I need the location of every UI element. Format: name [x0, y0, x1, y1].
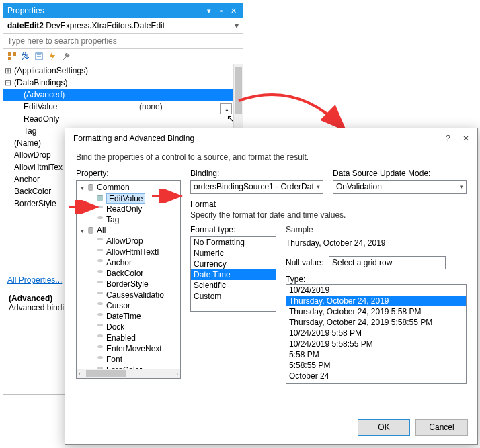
- help-icon[interactable]: ?: [446, 134, 450, 143]
- list-item[interactable]: 10/24/2019 5:58 PM: [286, 328, 466, 339]
- prop-row-appsettings[interactable]: ⊞ (ApplicationSettings): [3, 64, 243, 77]
- list-item[interactable]: 10/24/2019: [286, 285, 466, 296]
- tree-node[interactable]: AllowDrop: [78, 236, 180, 247]
- tree-node[interactable]: DateTime: [78, 311, 180, 322]
- list-item[interactable]: Date Time: [191, 269, 276, 280]
- type-list[interactable]: 10/24/2019Thursday, October 24, 2019Thur…: [286, 284, 467, 384]
- binding-label: Binding:: [190, 169, 323, 178]
- pin-icon[interactable]: ▫: [216, 5, 227, 16]
- list-item[interactable]: Thursday, October 24, 2019: [286, 296, 466, 306]
- list-item[interactable]: Thursday, October 24, 2019 5:58 PM: [286, 306, 466, 317]
- sample-value: Thursday, October 24, 2019: [286, 238, 467, 248]
- dropdown-icon[interactable]: ▾: [204, 5, 214, 16]
- events-icon[interactable]: [46, 50, 58, 62]
- all-properties-link[interactable]: All Properties...: [3, 273, 66, 287]
- binding-value: ordersBindingSource1 - OrderDat: [194, 181, 314, 193]
- null-value-label: Null value:: [286, 258, 323, 267]
- search-input[interactable]: [3, 34, 243, 49]
- property-label: Property:: [76, 169, 181, 178]
- dialog-intro: Bind the properties of a control to a so…: [76, 152, 467, 162]
- tree-node-all[interactable]: ▾All: [78, 225, 180, 236]
- svg-rect-1: [13, 52, 16, 56]
- advanced-binding-dialog: Formatting and Advanced Binding ? ✕ Bind…: [65, 128, 478, 445]
- dialog-titlebar: Formatting and Advanced Binding ? ✕: [65, 128, 477, 148]
- close-icon[interactable]: ✕: [463, 134, 469, 143]
- format-title: Format: [190, 199, 467, 209]
- prop-row-readonly[interactable]: ReadOnly: [3, 113, 243, 125]
- prop-row-editvalue[interactable]: EditValue (none): [3, 101, 243, 113]
- chevron-down-icon: ▾: [317, 181, 320, 193]
- prop-row-advanced[interactable]: (Advanced): [3, 89, 243, 101]
- tree-node[interactable]: CausesValidatio: [78, 289, 180, 300]
- binding-combo[interactable]: ordersBindingSource1 - OrderDat ▾: [190, 180, 323, 194]
- property-tree[interactable]: ▾Common EditValue ReadOnly Tag ▾All Allo…: [76, 180, 181, 379]
- tree-node-editvalue[interactable]: EditValue: [78, 193, 180, 204]
- tree-node[interactable]: BackColor: [78, 268, 180, 279]
- object-name: dateEdit2: [7, 21, 44, 30]
- svg-point-15: [97, 281, 103, 283]
- svg-point-18: [97, 313, 103, 316]
- list-item[interactable]: Numeric: [191, 248, 276, 259]
- list-item[interactable]: Thursday, October 24, 2019 5:58:55 PM: [286, 317, 466, 328]
- svg-point-16: [97, 292, 103, 294]
- favorites-icon[interactable]: [33, 50, 45, 62]
- alphabetical-icon[interactable]: AZ: [19, 50, 32, 62]
- cancel-button[interactable]: Cancel: [415, 419, 468, 436]
- tree-node-readonly[interactable]: ReadOnly: [78, 204, 180, 214]
- properties-titlebar: Properties ▾ ▫ ✕: [3, 3, 243, 18]
- chevron-down-icon: ▾: [460, 181, 463, 193]
- list-item[interactable]: Currency: [191, 259, 276, 269]
- tree-node[interactable]: Font: [78, 354, 180, 365]
- tree-node[interactable]: Enabled: [78, 332, 180, 343]
- svg-point-20: [97, 334, 103, 337]
- close-icon[interactable]: ✕: [228, 5, 239, 16]
- object-type: DevExpress.XtraEditors.DateEdit: [46, 21, 165, 30]
- tree-node[interactable]: Cursor: [78, 300, 180, 311]
- tree-node[interactable]: BorderStyle: [78, 279, 180, 289]
- svg-point-12: [97, 249, 103, 251]
- svg-point-11: [97, 238, 103, 240]
- format-sub: Specify the format for date and time val…: [190, 210, 467, 220]
- list-item[interactable]: Scientific: [191, 280, 276, 291]
- svg-point-14: [97, 270, 103, 273]
- svg-rect-0: [8, 52, 11, 56]
- mode-combo[interactable]: OnValidation ▾: [333, 180, 467, 194]
- mode-label: Data Source Update Mode:: [333, 169, 467, 178]
- svg-point-19: [97, 324, 103, 326]
- list-item[interactable]: 10/24/2019 5:58:55 PM: [286, 339, 466, 349]
- tree-node[interactable]: Anchor: [78, 257, 180, 268]
- object-selector[interactable]: dateEdit2 DevExpress.XtraEditors.DateEdi…: [3, 18, 243, 34]
- svg-point-8: [97, 206, 103, 208]
- tree-node[interactable]: EnterMoveNext: [78, 343, 180, 354]
- list-item[interactable]: October 24: [286, 371, 466, 382]
- categorized-icon[interactable]: [6, 50, 18, 62]
- sample-label: Sample: [286, 225, 467, 234]
- list-item[interactable]: No Formatting: [191, 237, 276, 248]
- svg-point-9: [97, 216, 103, 219]
- svg-rect-2: [8, 57, 11, 60]
- null-value-input[interactable]: [329, 256, 446, 269]
- prop-row-databindings[interactable]: ⊟ (DataBindings): [3, 77, 243, 89]
- properties-title: Properties: [7, 6, 44, 15]
- svg-point-22: [97, 356, 103, 359]
- ok-button[interactable]: OK: [358, 419, 410, 436]
- ellipsis-button[interactable]: ...: [220, 103, 232, 114]
- wrench-icon[interactable]: [60, 50, 72, 62]
- expand-icon[interactable]: ⊞: [3, 66, 13, 75]
- list-item[interactable]: 5:58 PM: [286, 349, 466, 360]
- svg-point-21: [97, 345, 103, 348]
- tree-node-common[interactable]: ▾Common: [78, 182, 180, 193]
- desc-text: Advanced bindi: [9, 303, 64, 312]
- tree-node-tag[interactable]: Tag: [78, 214, 180, 225]
- svg-point-17: [97, 302, 103, 305]
- list-item[interactable]: 5:58:55 PM: [286, 360, 466, 371]
- format-type-list[interactable]: No FormattingNumericCurrencyDate TimeSci…: [190, 236, 276, 312]
- svg-point-13: [97, 259, 103, 262]
- chevron-down-icon[interactable]: ▾: [235, 21, 239, 30]
- list-item[interactable]: Custom: [191, 291, 276, 302]
- mode-value: OnValidation: [336, 181, 382, 193]
- tree-node[interactable]: AllowHtmlTextI: [78, 247, 180, 257]
- horizontal-scrollbar[interactable]: ‹›: [77, 369, 180, 378]
- tree-node[interactable]: Dock: [78, 322, 180, 332]
- collapse-icon[interactable]: ⊟: [3, 78, 13, 87]
